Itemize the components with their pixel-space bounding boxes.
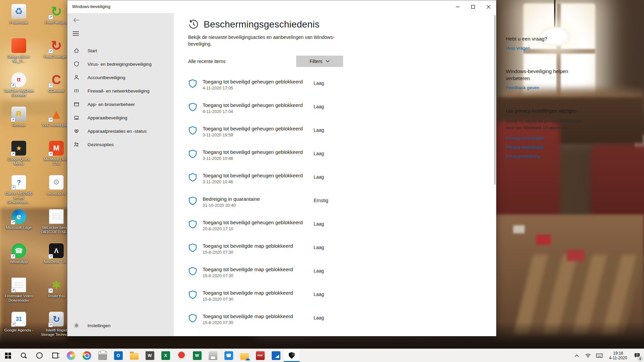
sidebar-item-apparaatbeveiliging[interactable]: Apparaatbeveiliging xyxy=(67,111,174,124)
desktop-icon-label: FreeFileSync xyxy=(45,20,68,25)
back-button[interactable] xyxy=(73,16,80,25)
windows-security-taskbar-icon[interactable] xyxy=(284,349,300,362)
sidebar-item-firewall-en-netwerkbeveiliging[interactable]: Firewall- en netwerkbeveiliging xyxy=(67,84,174,98)
whatsapp-desktop-icon[interactable]: ☎ WhatsApp xyxy=(2,241,36,276)
protection-history-item[interactable]: Toegang tot beveiligd geheugen geblokkee… xyxy=(188,219,358,231)
desktop-icon-label: NavDesk 7.5... xyxy=(44,260,69,264)
titlebar[interactable]: Windows-beveiliging xyxy=(67,0,496,13)
family-icon xyxy=(74,142,79,147)
whatsapp-taskbar-icon[interactable]: ☎ xyxy=(221,349,236,362)
office-setup-desktop-icon[interactable]: Setup.x86.nl-NL_P... xyxy=(2,36,36,70)
pdf-reader-taskbar-icon[interactable]: PDF xyxy=(252,349,268,362)
item-severity: Laag xyxy=(314,127,324,133)
sidebar-item-start[interactable]: Start xyxy=(67,44,174,57)
protection-history-item[interactable]: Bedreiging in quarantaine 31-10-2020 20:… xyxy=(188,196,358,208)
chrome-taskbar-icon[interactable] xyxy=(79,349,95,362)
protection-history-item[interactable]: Toegang tot beveiligd geheugen geblokkee… xyxy=(188,78,358,90)
word-2010-taskbar-icon[interactable]: W xyxy=(142,349,158,362)
desktop-icon-glyph: ✱ xyxy=(49,278,64,292)
tray-wifi-button[interactable] xyxy=(583,349,593,362)
taskbar-icon-glyph xyxy=(130,353,139,360)
maximize-icon xyxy=(471,5,475,9)
maximize-button[interactable] xyxy=(465,0,481,13)
shield-icon xyxy=(188,149,197,159)
question-panel: Hebt u een vraag? Hulp vragen xyxy=(506,35,586,51)
menu-button[interactable] xyxy=(73,31,79,37)
sidebar-item-virus-en-bedreigingsbeveiliging[interactable]: Virus- en bedreigingsbeveiliging xyxy=(67,57,174,71)
start-button[interactable] xyxy=(0,349,16,362)
fax-scan-taskbar-icon[interactable] xyxy=(95,349,110,362)
sidebar-item-accountbeveiliging[interactable]: Accountbeveiliging xyxy=(67,71,174,84)
desktop-icon-label: TomTom MyDrive Connect xyxy=(2,89,35,98)
sidebar-item-gezinsopties[interactable]: Gezinsopties xyxy=(67,138,174,151)
privacy-links: Privacy-instellingenPrivacy-dashboardPri… xyxy=(506,135,586,159)
item-datetime: 15-8-2020 07:30 xyxy=(203,297,314,302)
close-button[interactable] xyxy=(481,0,496,13)
google-agenda-desktop-icon[interactable]: 31 Google Agenda - xyxy=(2,310,36,344)
search-button[interactable] xyxy=(16,349,32,362)
privacyverklaring-link[interactable]: Privacyverklaring xyxy=(506,154,586,159)
file-explorer-taskbar-icon[interactable] xyxy=(126,349,142,362)
taskbar-clock[interactable]: 19:16 4-11-2020 xyxy=(606,351,631,360)
shield-icon xyxy=(188,103,197,112)
protection-history-item[interactable]: Toegang tot beveiligd geheugen geblokkee… xyxy=(188,125,358,137)
feedback-geven-link[interactable]: Feedback geven xyxy=(506,85,539,90)
protection-history-item[interactable]: Toegang tot beveiligd geheugen geblokkee… xyxy=(188,172,358,184)
filters-button[interactable]: Filters xyxy=(296,56,343,67)
cortana-button[interactable] xyxy=(32,349,47,362)
recuva-desktop-icon[interactable]: R Recuva xyxy=(2,105,36,139)
task-view-button[interactable] xyxy=(47,349,63,362)
shield-icon xyxy=(188,243,197,252)
sidebar-item-apparaatprestaties-en-status[interactable]: Apparaatprestaties en -status xyxy=(67,124,174,138)
shortcut-arrow-icon xyxy=(48,15,53,19)
epson-scan-taskbar-icon[interactable] xyxy=(268,349,284,362)
sidebar-item-label: Accountbeveiliging xyxy=(88,75,125,80)
taskbar-icon-glyph: PDF xyxy=(256,351,265,360)
protection-history-item[interactable]: Toegang tot beveiligde map geblokkeerd 1… xyxy=(188,290,358,302)
item-severity: Laag xyxy=(314,104,324,109)
protection-history-item[interactable]: Toegang tot beveiligd geheugen geblokkee… xyxy=(188,102,358,114)
item-title: Toegang tot beveiligd geheugen geblokkee… xyxy=(203,219,314,226)
action-center-button[interactable]: 4 xyxy=(632,349,642,362)
protection-history-item[interactable]: Toegang tot beveiligde map geblokkeerd 1… xyxy=(188,243,358,255)
minimize-button[interactable] xyxy=(450,0,465,13)
shield-icon xyxy=(188,267,197,276)
item-datetime: 15-8-2020 07:30 xyxy=(203,320,314,325)
scanner-taskbar-icon[interactable] xyxy=(205,349,221,362)
word-taskbar-icon[interactable]: W xyxy=(189,349,205,362)
chevron-down-icon xyxy=(326,60,330,63)
sidebar-item-app-en-browserbeheer[interactable]: App- en browserbeheer xyxy=(67,98,174,111)
laptop-icon xyxy=(74,115,79,120)
canon-quick-menu-desktop-icon[interactable]: ★ Canon Quick Menu xyxy=(2,139,36,173)
recycle-bin-desktop-icon[interactable]: ♻ Prullenbak xyxy=(2,2,36,36)
scrollbar[interactable] xyxy=(494,15,495,185)
hulp-vragen-link[interactable]: Hulp vragen xyxy=(506,46,530,51)
onedrive-folder-taskbar-icon[interactable]: ☁ xyxy=(236,349,252,362)
desktop-icon-label: WhatsApp xyxy=(10,260,28,264)
microsoft-edge-desktop-icon[interactable]: e Microsoft Edge xyxy=(2,207,36,241)
sidebar-item-label: Gezinsopties xyxy=(88,142,114,147)
desktop-icon-glyph: e xyxy=(11,209,26,224)
paint-taskbar-icon[interactable] xyxy=(63,349,79,362)
item-title: Toegang tot beveiligde map geblokkeerd xyxy=(203,290,314,296)
excel-taskbar-icon[interactable]: X xyxy=(158,349,173,362)
sidebar-item-instellingen[interactable]: Instellingen xyxy=(67,319,174,332)
desktop-icon-label: RealTimeSync xyxy=(44,55,69,59)
desktop-icon-glyph: M xyxy=(49,141,64,156)
tomtom-taskbar-icon[interactable] xyxy=(173,349,189,362)
protection-history-item[interactable]: Toegang tot beveiligd geheugen geblokkee… xyxy=(188,149,358,161)
privacy-dashboard-link[interactable]: Privacy-dashboard xyxy=(506,144,586,149)
shield-icon xyxy=(188,173,197,182)
desktop-icon-label: Freemake Video Downloader xyxy=(2,294,35,303)
tray-keyboard-button[interactable] xyxy=(594,349,604,362)
tray-chevron-up-button[interactable] xyxy=(572,349,582,362)
windows-security-window: Windows-beveiliging xyxy=(67,0,496,336)
outlook-taskbar-icon[interactable]: O xyxy=(110,349,126,362)
tomtom-mydrive-desktop-icon[interactable]: tt TomTom MyDrive Connect xyxy=(2,70,36,105)
shield-icon xyxy=(188,314,197,323)
freemake-video-downloader-desktop-icon[interactable]: Freemake Video Downloader xyxy=(2,276,36,310)
protection-history-item[interactable]: Toegang tot beveiligde map geblokkeerd 1… xyxy=(188,313,358,325)
protection-history-item[interactable]: Toegang tot beveiligde map geblokkeerd 1… xyxy=(188,266,358,278)
privacy-instellingen-link[interactable]: Privacy-instellingen xyxy=(506,135,586,140)
canon-mg2500-desktop-icon[interactable]: ? Canon MG2500 series Schermhan... xyxy=(2,173,36,207)
